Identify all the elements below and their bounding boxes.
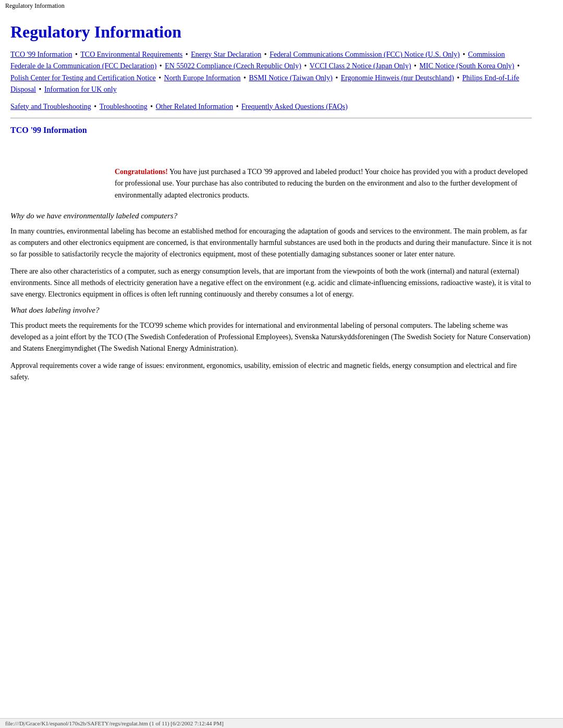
nav-link-tcoenv[interactable]: TCO Environmental Requirements — [80, 51, 182, 58]
nav-link-faqs[interactable]: Frequently Asked Questions (FAQs) — [241, 103, 348, 110]
congratulations-word: Congratulations! — [115, 168, 168, 176]
page-title: Regulatory Information — [10, 22, 532, 42]
nav-link-mic[interactable]: MIC Notice (South Korea Only) — [420, 62, 515, 70]
subsection1-para2: There are also other characteristics of … — [10, 266, 532, 300]
nav-link-tco99[interactable]: TCO '99 Information — [10, 51, 72, 58]
nav-link-polish[interactable]: Polish Center for Testing and Certificat… — [10, 74, 156, 82]
nav-link-ergonomie[interactable]: Ergonomie Hinweis (nur Deutschland) — [341, 74, 454, 82]
subsection1-para1: In many countries, environmental labelin… — [10, 226, 532, 260]
subsection1-title: Why do we have environmentally labeled c… — [10, 212, 532, 220]
nav-link-northeurope[interactable]: North Europe Information — [164, 74, 241, 82]
nav-link-ukinfo[interactable]: Information for UK only — [44, 85, 117, 93]
nav-link-en55022[interactable]: EN 55022 Compliance (Czech Republic Only… — [165, 62, 301, 70]
nav-link-troubleshooting[interactable]: Troubleshooting — [100, 103, 148, 110]
nav-link-otherinfo[interactable]: Other Related Information — [156, 103, 234, 110]
subsection2-para1: This product meets the requirements for … — [10, 320, 532, 354]
nav-link-fcc[interactable]: Federal Communications Commission (FCC) … — [270, 51, 460, 58]
subsection2-title: What does labeling involve? — [10, 306, 532, 315]
nav-link-bsmi[interactable]: BSMI Notice (Taiwan Only) — [249, 74, 332, 82]
nav-link-vcci[interactable]: VCCI Class 2 Notice (Japan Only) — [310, 62, 411, 70]
tco99-title: TCO '99 Information — [10, 126, 532, 135]
nav-link-energystar[interactable]: Energy Star Declaration — [191, 51, 261, 58]
nav-links-primary: TCO '99 Information • TCO Environmental … — [10, 49, 532, 96]
nav-links-secondary: Safety and Troubleshooting • Troubleshoo… — [10, 101, 532, 113]
nav-link-safety[interactable]: Safety and Troubleshooting — [10, 103, 91, 110]
subsection2-para2: Approval requirements cover a wide range… — [10, 360, 532, 382]
congratulations-text: You have just purchased a TCO '99 approv… — [115, 168, 528, 199]
section-divider — [10, 118, 532, 118]
main-content: Regulatory Information TCO '99 Informati… — [0, 12, 542, 410]
breadcrumb: Regulatory Information — [0, 0, 563, 12]
congratulations-block: Congratulations! You have just purchased… — [115, 166, 532, 201]
